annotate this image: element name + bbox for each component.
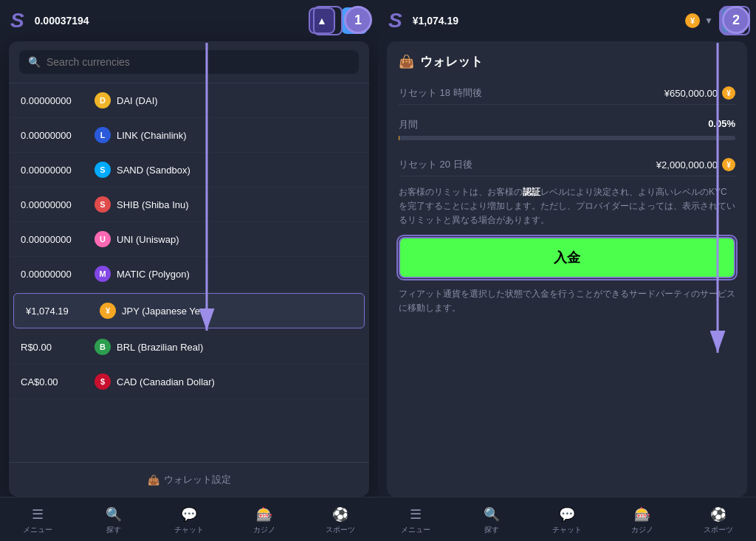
- cad-info: $ CAD (Canadian Dollar): [94, 373, 357, 390]
- brl-name: BRL (Brazilian Real): [117, 342, 203, 353]
- search-input-wrapper[interactable]: 🔍: [19, 50, 359, 74]
- left-nav-casino[interactable]: 🎰 カジノ: [227, 503, 302, 538]
- wallet-panel: 👜 ウォレット リセット 18 時間後 ¥650,000.00 ¥ 月間 0.0…: [387, 41, 747, 497]
- currency-item-shib[interactable]: 0.00000000 S SHIB (Shiba Inu): [9, 187, 369, 222]
- uni-amount: 0.00000000: [21, 234, 94, 245]
- right-logo: S: [388, 9, 402, 32]
- link-icon: L: [94, 127, 111, 143]
- right-balance-section: ¥1,074.19 ¥ ▼: [413, 13, 713, 28]
- chat-label: チャット: [174, 525, 204, 535]
- sand-icon: S: [94, 162, 111, 178]
- left-nav-menu[interactable]: ☰ メニュー: [0, 503, 75, 538]
- currency-item-cad[interactable]: CA$0.00 $ CAD (Canadian Dollar): [9, 365, 369, 399]
- right-balance: ¥1,074.19: [413, 15, 681, 27]
- footer-text: フィアット通貨を選択した状態で入金を行うことができるサードパーティのサービスに移…: [399, 287, 735, 315]
- casino-icon: 🎰: [256, 506, 272, 523]
- currency-item-uni[interactable]: 0.00000000 U UNI (Uniswap): [9, 222, 369, 257]
- link-info: L LINK (Chainlink): [94, 127, 357, 143]
- limit-1-value-section: ¥650,000.00 ¥: [664, 86, 735, 100]
- deposit-button[interactable]: 入金: [399, 237, 735, 278]
- right-nav-menu[interactable]: ☰ メニュー: [378, 503, 453, 538]
- right-search-label: 探す: [484, 525, 499, 535]
- sports-label: スポーツ: [326, 525, 355, 535]
- limit-2-value: ¥2,000,000.00: [656, 159, 718, 170]
- dai-icon: D: [94, 92, 111, 108]
- progress-value: 0.05%: [708, 118, 735, 131]
- deposit-btn-container: 入金: [399, 237, 735, 278]
- description-text: お客様のリミットは、お客様の認証レベルにより決定され、より高いレベルのKYCを完…: [399, 185, 735, 228]
- jpy-amount: ¥1,074.19: [26, 306, 100, 317]
- right-panel: S ¥1,074.19 ¥ ▼ 👜 2 👜 ウォレット: [378, 0, 756, 541]
- wallet-title-icon: 👜: [399, 54, 414, 69]
- menu-icon: ☰: [32, 506, 44, 523]
- progress-section: 月間 0.05%: [399, 114, 735, 145]
- currency-list: 0.00000000 D DAI (DAI) 0.00000000 L LINK…: [9, 83, 369, 462]
- currency-item-sand[interactable]: 0.00000000 S SAND (Sandbox): [9, 153, 369, 187]
- right-chat-label: チャット: [552, 525, 582, 535]
- search-nav-icon: 🔍: [106, 506, 122, 523]
- limit-2-yen-icon: ¥: [722, 158, 735, 171]
- right-casino-label: カジノ: [631, 525, 653, 535]
- right-search-icon: 🔍: [484, 506, 500, 523]
- right-sports-label: スポーツ: [704, 525, 733, 535]
- left-nav-search[interactable]: 🔍 探す: [75, 503, 151, 538]
- casino-label: カジノ: [253, 525, 275, 535]
- limit-1-value: ¥650,000.00: [664, 88, 718, 99]
- jpy-icon: ¥: [100, 303, 116, 319]
- right-yen-badge: ¥: [685, 13, 700, 28]
- right-bottom-nav: ☰ メニュー 🔍 探す 💬 チャット 🎰 カジノ ⚽ スポーツ: [378, 497, 756, 541]
- uni-icon: U: [94, 231, 111, 247]
- jpy-name: JPY (Japanese Yen): [122, 306, 209, 317]
- currency-item-link[interactable]: 0.00000000 L LINK (Chainlink): [9, 118, 369, 153]
- currency-item-dai[interactable]: 0.00000000 D DAI (DAI): [9, 83, 369, 118]
- yen-badge-icon: ¥: [690, 16, 695, 25]
- cad-amount: CA$0.00: [21, 376, 94, 387]
- right-nav-sports[interactable]: ⚽ スポーツ: [681, 503, 756, 538]
- brl-icon: B: [94, 339, 111, 355]
- currency-item-jpy[interactable]: ¥1,074.19 ¥ JPY (Japanese Yen): [13, 293, 365, 328]
- chevron-down-icon[interactable]: ▼: [704, 15, 713, 26]
- dai-amount: 0.00000000: [21, 95, 94, 106]
- description-bold: 認証: [523, 187, 540, 197]
- limit-row-1: リセット 18 時間後 ¥650,000.00 ¥: [399, 82, 735, 105]
- left-nav-sports[interactable]: ⚽ スポーツ: [303, 503, 378, 538]
- wallet-settings-link[interactable]: 👜 ウォレット設定: [9, 462, 369, 497]
- shib-amount: 0.00000000: [21, 199, 94, 210]
- wallet-panel-title: 👜 ウォレット: [399, 53, 735, 70]
- right-nav-casino[interactable]: 🎰 カジノ: [605, 503, 680, 538]
- annotation-1: 1: [344, 6, 372, 34]
- search-nav-label: 探す: [106, 525, 121, 535]
- right-nav-chat[interactable]: 💬 チャット: [529, 503, 605, 538]
- shib-name: SHIB (Shiba Inu): [117, 199, 189, 210]
- limit-row-2: リセット 20 日後 ¥2,000,000.00 ¥: [399, 154, 735, 176]
- wallet-settings-icon: 👜: [148, 475, 159, 486]
- search-input[interactable]: [47, 56, 350, 68]
- cad-name: CAD (Canadian Dollar): [117, 376, 215, 387]
- matic-amount: 0.00000000: [21, 269, 94, 280]
- left-balance: 0.00037194: [35, 15, 303, 27]
- chevron-up-button[interactable]: ▲: [309, 7, 335, 34]
- search-icon: 🔍: [28, 56, 41, 68]
- matic-name: MATIC (Polygon): [117, 269, 190, 280]
- matic-icon: M: [94, 266, 111, 282]
- dai-name: DAI (DAI): [117, 95, 158, 106]
- left-nav-chat[interactable]: 💬 チャット: [151, 503, 227, 538]
- progress-bar-bg: [399, 136, 735, 140]
- currency-dropdown: 🔍 0.00000000 D DAI (DAI) 0.00000000: [9, 41, 369, 497]
- progress-label: 月間: [399, 118, 418, 131]
- chevron-up-icon: ▲: [317, 15, 327, 27]
- wallet-settings-label: ウォレット設定: [164, 473, 231, 486]
- brl-amount: R$0.00: [21, 342, 94, 353]
- dai-info: D DAI (DAI): [94, 92, 357, 108]
- right-nav-search[interactable]: 🔍 探す: [453, 503, 529, 538]
- annotation-2: 2: [722, 6, 750, 34]
- sand-info: S SAND (Sandbox): [94, 162, 357, 178]
- sand-amount: 0.00000000: [21, 165, 94, 176]
- currency-item-brl[interactable]: R$0.00 B BRL (Brazilian Real): [9, 330, 369, 365]
- left-logo: S: [10, 9, 24, 32]
- left-bottom-nav: ☰ メニュー 🔍 探す 💬 チャット 🎰 カジノ ⚽ スポーツ: [0, 497, 378, 541]
- limit-1-label: リセット 18 時間後: [399, 86, 482, 100]
- limit-2-value-section: ¥2,000,000.00 ¥: [656, 158, 735, 171]
- right-sports-icon: ⚽: [710, 506, 726, 523]
- currency-item-matic[interactable]: 0.00000000 M MATIC (Polygon): [9, 257, 369, 292]
